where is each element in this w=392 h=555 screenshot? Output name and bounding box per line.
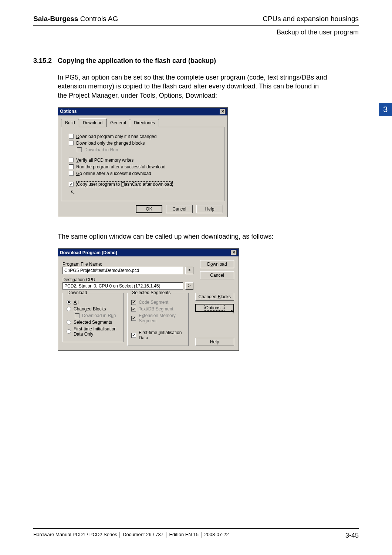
label-dl-in-run: Download in Run <box>82 313 116 318</box>
close-icon[interactable]: ✕ <box>231 250 237 255</box>
footer-edition: Edition EN 15 <box>169 532 199 537</box>
label-download-in-run: Download in Run <box>84 147 118 152</box>
radio-selected-segments[interactable] <box>67 320 71 324</box>
options-button-row: OK Cancel Help <box>58 201 227 217</box>
section-heading: 3.15.2Copying the application to the fla… <box>33 57 359 65</box>
program-file-label: Program File Name: <box>62 262 193 267</box>
checkbox-dl-in-run <box>75 313 80 318</box>
checkbox-verify[interactable] <box>69 158 74 162</box>
checkbox-go-online[interactable] <box>69 171 74 176</box>
options-title: Options <box>60 109 77 114</box>
close-icon[interactable]: ✕ <box>220 109 226 114</box>
label-all: All <box>74 300 78 305</box>
footer-left: Hardware Manual PCD1 / PCD2 Series │ Doc… <box>33 532 229 539</box>
checkbox-only-changed-blocks[interactable] <box>69 141 74 145</box>
segments-groupbox: Selected Segments Code Segment Text/DB S… <box>127 293 188 346</box>
cursor-icon: ↖ <box>230 308 235 315</box>
download-dialog: Download Program [Demo] ✕ Program File N… <box>58 248 239 351</box>
browse-cpu-button[interactable]: > <box>185 282 193 290</box>
checkbox-copy-flash[interactable] <box>69 182 74 186</box>
section-number: 3.15.2 <box>33 57 58 65</box>
checkbox-only-if-changed[interactable] <box>69 134 74 139</box>
help-button[interactable]: Help <box>195 338 234 346</box>
label-first-time-data: First-time Initialisation Data <box>139 330 184 340</box>
tab-download[interactable]: Download <box>79 118 107 127</box>
radio-all[interactable] <box>67 300 71 305</box>
destination-cpu-input[interactable]: PCD2, Station 0, CPU 0 on Socket (172.16… <box>62 282 183 290</box>
download-groupbox: Download All Changed Blocks Download in … <box>62 293 124 342</box>
label-selected-segments: Selected Segments <box>74 320 112 325</box>
label-only-if-changed: Download program only if it has changed <box>76 134 156 139</box>
company-bold: Saia-Burgess <box>33 15 78 23</box>
options-titlebar[interactable]: Options ✕ <box>58 108 227 115</box>
header-right: CPUs and expansion housings <box>263 15 359 23</box>
checkbox-download-in-run <box>77 147 82 152</box>
checkbox-ext-segment <box>131 316 136 321</box>
checkbox-run-after[interactable] <box>69 164 74 169</box>
page-footer: Hardware Manual PCD1 / PCD2 Series │ Doc… <box>33 528 359 539</box>
footer-date: 2008-07-22 <box>204 532 229 537</box>
checkbox-text-segment <box>131 307 136 312</box>
browse-program-button[interactable]: > <box>185 267 193 274</box>
cancel-button[interactable]: Cancel <box>166 205 193 213</box>
options-tabbody: Download program only if it has changed … <box>61 127 224 201</box>
section-title: Copying the application to the flash car… <box>58 57 216 64</box>
page-number: 3-45 <box>345 532 359 539</box>
label-go-online: Go online after a successful download <box>76 171 151 176</box>
changed-blocks-button[interactable]: Changed Blocks <box>195 293 234 301</box>
page-header: Saia-Burgess Controls AG CPUs and expans… <box>33 15 359 26</box>
download-title: Download Program [Demo] <box>60 250 117 255</box>
header-subtitle: Backup of the user program <box>33 28 359 36</box>
label-first-time: First-time Initialisation Data Only <box>74 326 119 337</box>
company-rest: Controls AG <box>78 15 118 23</box>
radio-first-time[interactable] <box>67 329 71 334</box>
footer-document: Document 26 / 737 <box>123 532 163 537</box>
cancel-button[interactable]: Cancel <box>200 271 234 279</box>
tab-general[interactable]: General <box>106 119 130 127</box>
cursor-icon: ↖ <box>70 189 217 196</box>
segments-group-legend: Selected Segments <box>131 290 172 295</box>
tab-directories[interactable]: Directories <box>130 119 159 127</box>
tab-build[interactable]: Build <box>61 119 79 127</box>
options-button[interactable]: Options...↖ <box>195 304 234 312</box>
ok-button[interactable]: OK <box>136 205 162 213</box>
options-tabstrip: Build Download General Directories <box>61 118 224 127</box>
options-dialog: Options ✕ Build Download General Directo… <box>58 107 228 217</box>
label-verify: Verify all PCD memory writes <box>76 158 134 163</box>
download-button[interactable]: Download <box>200 260 234 268</box>
label-code-segment: Code Segment <box>139 300 168 305</box>
company-name: Saia-Burgess Controls AG <box>33 15 118 23</box>
chapter-tab: 3 <box>379 103 392 116</box>
checkbox-first-time-data[interactable] <box>131 333 136 338</box>
label-text-segment: Text/DB Segment <box>139 306 173 312</box>
label-run-after: Run the program after a successful downl… <box>76 164 165 169</box>
download-group-legend: Download <box>66 290 88 295</box>
checkbox-code-segment <box>131 300 136 305</box>
label-changed-blocks: Changed Blocks <box>74 306 106 312</box>
footer-manual: Hardware Manual PCD1 / PCD2 Series <box>33 532 117 537</box>
paragraph-2: The same option window can be called up … <box>58 232 328 241</box>
destination-cpu-label: Destination CPU: <box>62 277 193 282</box>
label-ext-segment: Extension Memory Segment <box>139 313 184 323</box>
radio-changed-blocks[interactable] <box>67 307 71 311</box>
program-file-input[interactable]: C:\PG5 Projects\test\Demo\Demo.pcd <box>62 267 183 274</box>
label-copy-flash: Copy user program to FlashCard after dow… <box>76 181 173 187</box>
download-titlebar[interactable]: Download Program [Demo] ✕ <box>58 249 239 256</box>
label-only-changed-blocks: Download only the changed blocks <box>76 141 145 146</box>
paragraph-1: In PG5, an option can be set so that the… <box>58 73 328 100</box>
help-button[interactable]: Help <box>196 205 223 213</box>
